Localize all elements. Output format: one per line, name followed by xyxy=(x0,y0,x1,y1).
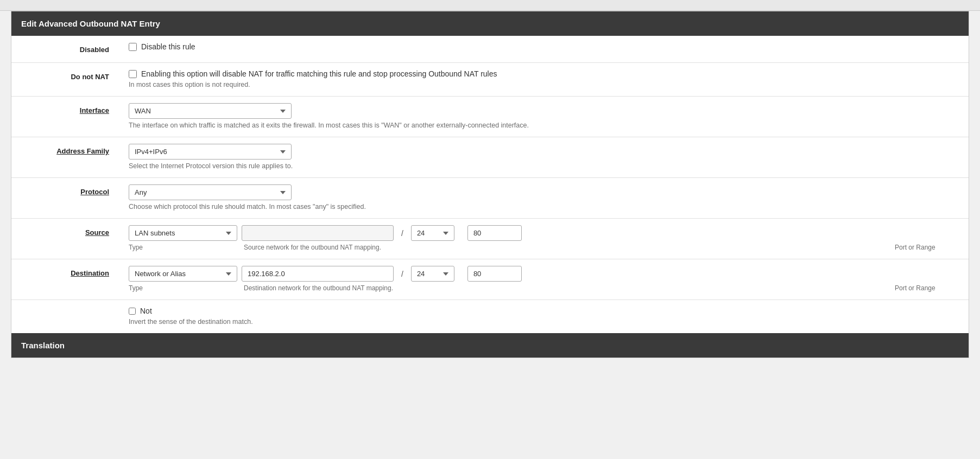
top-bar xyxy=(0,0,980,11)
not-empty-label xyxy=(11,300,120,334)
source-cidr-select[interactable]: 8 16 24 32 xyxy=(411,225,454,241)
disabled-checkbox-row: Disable this rule xyxy=(129,42,960,51)
page-wrapper: Edit Advanced Outbound NAT Entry Disable… xyxy=(0,0,980,358)
dest-type-select[interactable]: Network or Alias LAN subnets Any xyxy=(129,266,237,282)
dest-slash: / xyxy=(398,270,407,278)
source-port-input[interactable] xyxy=(467,225,522,241)
source-slash: / xyxy=(398,229,407,238)
interface-row: Interface WAN LAN OPT1 The interface on … xyxy=(11,97,969,137)
protocol-content: Any TCP UDP TCP/UDP ICMP Choose which pr… xyxy=(120,178,969,219)
address-family-select[interactable]: IPv4+IPv6 IPv4 IPv6 xyxy=(129,144,292,160)
disabled-row: Disabled Disable this rule xyxy=(11,36,969,63)
dest-port-input[interactable] xyxy=(467,266,522,282)
not-checkbox[interactable] xyxy=(129,308,136,315)
do-not-nat-checkbox-label: Enabling this option will disable NAT fo… xyxy=(141,69,497,78)
source-row: Source LAN subnets Network or Alias Any … xyxy=(11,219,969,259)
dest-fields-row: Network or Alias LAN subnets Any / 8 16 … xyxy=(129,266,960,282)
source-sublabels: Type Source network for the outbound NAT… xyxy=(129,244,960,251)
do-not-nat-checkbox[interactable] xyxy=(129,70,137,78)
disabled-checkbox-label: Disable this rule xyxy=(141,42,195,51)
dest-type-sublabel: Type xyxy=(129,284,237,292)
dest-network-input[interactable] xyxy=(242,266,394,282)
disabled-label: Disabled xyxy=(11,36,120,63)
source-port-sublabel: Port or Range xyxy=(895,244,960,251)
edit-nat-panel: Edit Advanced Outbound NAT Entry Disable… xyxy=(11,11,969,358)
protocol-help: Choose which protocol this rule should m… xyxy=(129,203,960,211)
dest-port-sublabel: Port or Range xyxy=(895,284,960,292)
not-help: Invert the sense of the destination matc… xyxy=(129,318,960,326)
address-family-label: Address Family xyxy=(11,137,120,178)
address-family-row: Address Family IPv4+IPv6 IPv4 IPv6 Selec… xyxy=(11,137,969,178)
not-label: Not xyxy=(140,307,152,315)
interface-help: The interface on which traffic is matche… xyxy=(129,122,960,129)
not-row: Not Invert the sense of the destination … xyxy=(11,300,969,334)
not-checkbox-row: Not xyxy=(129,307,960,315)
do-not-nat-content: Enabling this option will disable NAT fo… xyxy=(120,63,969,97)
do-not-nat-help: In most cases this option is not require… xyxy=(129,81,960,88)
do-not-nat-checkbox-row: Enabling this option will disable NAT fo… xyxy=(129,69,960,78)
do-not-nat-row: Do not NAT Enabling this option will dis… xyxy=(11,63,969,97)
source-type-sublabel: Type xyxy=(129,244,237,251)
source-network-sublabel: Source network for the outbound NAT mapp… xyxy=(242,244,882,251)
source-network-input[interactable] xyxy=(242,225,394,241)
address-family-content: IPv4+IPv6 IPv4 IPv6 Select the Internet … xyxy=(120,137,969,178)
source-type-select[interactable]: LAN subnets Network or Alias Any xyxy=(129,225,237,241)
interface-select[interactable]: WAN LAN OPT1 xyxy=(129,103,292,119)
form-table: Disabled Disable this rule Do not NAT En… xyxy=(11,36,969,333)
not-content: Not Invert the sense of the destination … xyxy=(120,300,969,334)
do-not-nat-label: Do not NAT xyxy=(11,63,120,97)
dest-sublabels: Type Destination network for the outboun… xyxy=(129,284,960,292)
panel-title: Edit Advanced Outbound NAT Entry xyxy=(21,19,160,28)
disabled-checkbox[interactable] xyxy=(129,43,137,51)
interface-label: Interface xyxy=(11,97,120,137)
protocol-label: Protocol xyxy=(11,178,120,219)
source-fields-row: LAN subnets Network or Alias Any / 8 16 … xyxy=(129,225,960,241)
source-label: Source xyxy=(11,219,120,259)
destination-content: Network or Alias LAN subnets Any / 8 16 … xyxy=(120,259,969,300)
translation-header: Translation xyxy=(11,333,969,358)
protocol-select[interactable]: Any TCP UDP TCP/UDP ICMP xyxy=(129,184,292,200)
dest-cidr-select[interactable]: 8 16 24 32 xyxy=(411,266,454,282)
destination-label: Destination xyxy=(11,259,120,300)
dest-network-sublabel: Destination network for the outbound NAT… xyxy=(242,284,882,292)
disabled-content: Disable this rule xyxy=(120,36,969,63)
protocol-row: Protocol Any TCP UDP TCP/UDP ICMP Choose… xyxy=(11,178,969,219)
panel-header: Edit Advanced Outbound NAT Entry xyxy=(11,11,969,36)
source-content: LAN subnets Network or Alias Any / 8 16 … xyxy=(120,219,969,259)
destination-row: Destination Network or Alias LAN subnets… xyxy=(11,259,969,300)
translation-title: Translation xyxy=(21,341,65,350)
address-family-help: Select the Internet Protocol version thi… xyxy=(129,162,960,170)
interface-content: WAN LAN OPT1 The interface on which traf… xyxy=(120,97,969,137)
